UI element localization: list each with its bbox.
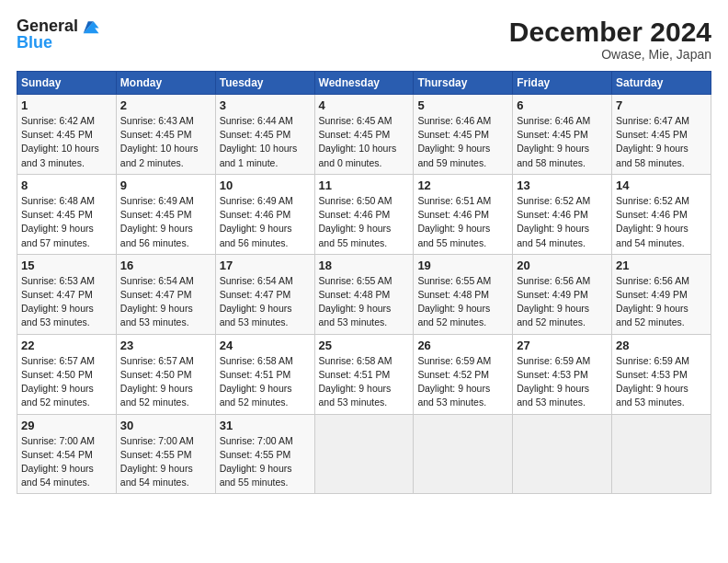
calendar-cell: 25Sunrise: 6:58 AMSunset: 4:51 PMDayligh… (314, 334, 414, 414)
day-number: 28 (616, 339, 707, 352)
day-info: Sunrise: 6:58 AMSunset: 4:51 PMDaylight:… (319, 354, 410, 410)
day-info: Sunrise: 6:52 AMSunset: 4:46 PMDaylight:… (517, 194, 608, 250)
logo-icon (80, 17, 100, 37)
calendar-cell: 8Sunrise: 6:48 AMSunset: 4:45 PMDaylight… (17, 174, 117, 254)
calendar-cell (414, 414, 513, 494)
day-info: Sunrise: 6:46 AMSunset: 4:45 PMDaylight:… (517, 114, 608, 170)
day-info: Sunrise: 6:59 AMSunset: 4:53 PMDaylight:… (517, 354, 608, 410)
calendar-cell (513, 414, 612, 494)
day-number: 17 (220, 259, 311, 272)
title-block: December 2024 Owase, Mie, Japan (509, 17, 711, 62)
day-info: Sunrise: 6:52 AMSunset: 4:46 PMDaylight:… (616, 194, 707, 250)
calendar-cell: 14Sunrise: 6:52 AMSunset: 4:46 PMDayligh… (612, 174, 711, 254)
day-number: 1 (21, 98, 112, 112)
calendar-cell: 5Sunrise: 6:46 AMSunset: 4:45 PMDaylight… (414, 95, 513, 175)
header: General Blue December 2024 Owase, Mie, J… (17, 17, 711, 62)
day-number: 12 (417, 178, 508, 192)
day-number: 2 (120, 98, 211, 112)
calendar-title: December 2024 (509, 17, 711, 47)
day-number: 3 (220, 98, 311, 112)
week-row-1: 1Sunrise: 6:42 AMSunset: 4:45 PMDaylight… (17, 95, 711, 175)
page: General Blue December 2024 Owase, Mie, J… (0, 0, 728, 563)
day-info: Sunrise: 6:59 AMSunset: 4:52 PMDaylight:… (417, 354, 508, 410)
calendar-table: SundayMondayTuesdayWednesdayThursdayFrid… (17, 71, 711, 494)
calendar-cell: 31Sunrise: 7:00 AMSunset: 4:55 PMDayligh… (215, 414, 314, 494)
day-info: Sunrise: 6:58 AMSunset: 4:51 PMDaylight:… (220, 354, 311, 410)
calendar-cell: 28Sunrise: 6:59 AMSunset: 4:53 PMDayligh… (612, 334, 711, 414)
calendar-cell: 2Sunrise: 6:43 AMSunset: 4:45 PMDaylight… (116, 95, 215, 175)
calendar-cell: 6Sunrise: 6:46 AMSunset: 4:45 PMDaylight… (513, 95, 612, 175)
weekday-header-monday: Monday (116, 72, 215, 95)
calendar-cell: 4Sunrise: 6:45 AMSunset: 4:45 PMDaylight… (314, 95, 414, 175)
calendar-cell: 13Sunrise: 6:52 AMSunset: 4:46 PMDayligh… (513, 174, 612, 254)
day-info: Sunrise: 6:43 AMSunset: 4:45 PMDaylight:… (120, 114, 211, 170)
day-number: 23 (120, 339, 211, 352)
calendar-cell: 7Sunrise: 6:47 AMSunset: 4:45 PMDaylight… (612, 95, 711, 175)
calendar-cell: 24Sunrise: 6:58 AMSunset: 4:51 PMDayligh… (215, 334, 314, 414)
day-number: 15 (21, 259, 112, 272)
weekday-header-sunday: Sunday (17, 72, 117, 95)
day-info: Sunrise: 6:57 AMSunset: 4:50 PMDaylight:… (120, 354, 211, 410)
day-info: Sunrise: 6:49 AMSunset: 4:45 PMDaylight:… (120, 194, 211, 250)
day-number: 9 (120, 178, 211, 192)
day-info: Sunrise: 6:46 AMSunset: 4:45 PMDaylight:… (417, 114, 508, 170)
calendar-cell: 15Sunrise: 6:53 AMSunset: 4:47 PMDayligh… (17, 254, 117, 334)
weekday-header-row: SundayMondayTuesdayWednesdayThursdayFrid… (17, 72, 711, 95)
weekday-header-tuesday: Tuesday (215, 72, 314, 95)
logo: General Blue (17, 17, 100, 52)
day-number: 6 (517, 98, 608, 112)
calendar-cell: 27Sunrise: 6:59 AMSunset: 4:53 PMDayligh… (513, 334, 612, 414)
day-info: Sunrise: 6:49 AMSunset: 4:46 PMDaylight:… (220, 194, 311, 250)
day-info: Sunrise: 6:50 AMSunset: 4:46 PMDaylight:… (319, 194, 410, 250)
day-info: Sunrise: 6:57 AMSunset: 4:50 PMDaylight:… (21, 354, 112, 410)
calendar-cell (314, 414, 414, 494)
calendar-cell: 21Sunrise: 6:56 AMSunset: 4:49 PMDayligh… (612, 254, 711, 334)
calendar-cell: 1Sunrise: 6:42 AMSunset: 4:45 PMDaylight… (17, 95, 117, 175)
day-number: 4 (319, 98, 410, 112)
day-number: 27 (517, 339, 608, 352)
calendar-cell: 29Sunrise: 7:00 AMSunset: 4:54 PMDayligh… (17, 414, 117, 494)
day-number: 22 (21, 339, 112, 352)
calendar-subtitle: Owase, Mie, Japan (509, 47, 711, 62)
day-info: Sunrise: 6:47 AMSunset: 4:45 PMDaylight:… (616, 114, 707, 170)
day-number: 31 (220, 419, 311, 432)
week-row-4: 22Sunrise: 6:57 AMSunset: 4:50 PMDayligh… (17, 334, 711, 414)
day-number: 8 (21, 178, 112, 192)
weekday-header-wednesday: Wednesday (314, 72, 414, 95)
week-row-5: 29Sunrise: 7:00 AMSunset: 4:54 PMDayligh… (17, 414, 711, 494)
day-number: 13 (517, 178, 608, 192)
day-number: 21 (616, 259, 707, 272)
day-info: Sunrise: 6:55 AMSunset: 4:48 PMDaylight:… (319, 274, 410, 330)
day-number: 11 (319, 178, 410, 192)
day-info: Sunrise: 6:56 AMSunset: 4:49 PMDaylight:… (616, 274, 707, 330)
calendar-cell: 22Sunrise: 6:57 AMSunset: 4:50 PMDayligh… (17, 334, 117, 414)
week-row-3: 15Sunrise: 6:53 AMSunset: 4:47 PMDayligh… (17, 254, 711, 334)
day-number: 5 (417, 98, 508, 112)
calendar-cell: 9Sunrise: 6:49 AMSunset: 4:45 PMDaylight… (116, 174, 215, 254)
calendar-cell (612, 414, 711, 494)
calendar-cell: 18Sunrise: 6:55 AMSunset: 4:48 PMDayligh… (314, 254, 414, 334)
day-info: Sunrise: 6:51 AMSunset: 4:46 PMDaylight:… (417, 194, 508, 250)
day-info: Sunrise: 6:59 AMSunset: 4:53 PMDaylight:… (616, 354, 707, 410)
calendar-cell: 16Sunrise: 6:54 AMSunset: 4:47 PMDayligh… (116, 254, 215, 334)
day-info: Sunrise: 6:54 AMSunset: 4:47 PMDaylight:… (120, 274, 211, 330)
day-number: 10 (220, 178, 311, 192)
day-number: 20 (517, 259, 608, 272)
calendar-cell: 12Sunrise: 6:51 AMSunset: 4:46 PMDayligh… (414, 174, 513, 254)
day-number: 16 (120, 259, 211, 272)
day-number: 25 (319, 339, 410, 352)
calendar-cell: 17Sunrise: 6:54 AMSunset: 4:47 PMDayligh… (215, 254, 314, 334)
day-info: Sunrise: 6:56 AMSunset: 4:49 PMDaylight:… (517, 274, 608, 330)
day-info: Sunrise: 6:54 AMSunset: 4:47 PMDaylight:… (220, 274, 311, 330)
calendar-cell: 19Sunrise: 6:55 AMSunset: 4:48 PMDayligh… (414, 254, 513, 334)
day-info: Sunrise: 6:45 AMSunset: 4:45 PMDaylight:… (319, 114, 410, 170)
day-number: 24 (220, 339, 311, 352)
day-number: 26 (417, 339, 508, 352)
calendar-cell: 10Sunrise: 6:49 AMSunset: 4:46 PMDayligh… (215, 174, 314, 254)
day-info: Sunrise: 6:53 AMSunset: 4:47 PMDaylight:… (21, 274, 112, 330)
day-info: Sunrise: 6:42 AMSunset: 4:45 PMDaylight:… (21, 114, 112, 170)
weekday-header-saturday: Saturday (612, 72, 711, 95)
day-number: 7 (616, 98, 707, 112)
day-info: Sunrise: 6:55 AMSunset: 4:48 PMDaylight:… (417, 274, 508, 330)
day-info: Sunrise: 7:00 AMSunset: 4:54 PMDaylight:… (21, 434, 112, 490)
